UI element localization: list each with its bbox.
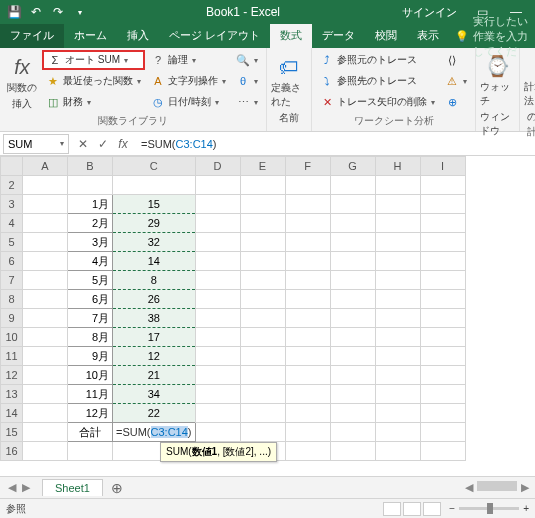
cell[interactable] (420, 214, 465, 233)
cell[interactable] (330, 214, 375, 233)
cell[interactable] (240, 195, 285, 214)
watch-window-button[interactable]: ⌚ ウォッチ ウィンドウ (480, 50, 515, 138)
cell[interactable] (195, 347, 240, 366)
cell[interactable] (195, 252, 240, 271)
math-button[interactable]: θ▾ (232, 71, 262, 91)
more-functions-button[interactable]: ⋯▾ (232, 92, 262, 112)
row-header[interactable]: 14 (1, 404, 23, 423)
cell[interactable]: 34 (113, 385, 196, 404)
cell[interactable]: 17 (113, 328, 196, 347)
cell[interactable] (240, 176, 285, 195)
add-sheet-button[interactable]: ⊕ (103, 480, 131, 496)
column-header[interactable]: H (375, 157, 420, 176)
cell[interactable]: 5月 (68, 271, 113, 290)
cell[interactable] (330, 347, 375, 366)
cell[interactable]: 12月 (68, 404, 113, 423)
cell[interactable] (240, 385, 285, 404)
cell[interactable] (330, 385, 375, 404)
cell[interactable]: 6月 (68, 290, 113, 309)
cell[interactable] (375, 214, 420, 233)
cell[interactable] (23, 404, 68, 423)
cancel-button[interactable]: ✕ (75, 137, 91, 151)
select-all-corner[interactable] (1, 157, 23, 176)
view-page-layout-button[interactable] (403, 502, 421, 516)
cell[interactable]: 15 (113, 195, 196, 214)
fx-button[interactable]: fx (115, 137, 131, 151)
cell[interactable] (375, 385, 420, 404)
cell[interactable] (330, 442, 375, 461)
cell[interactable] (375, 423, 420, 442)
cell[interactable] (240, 271, 285, 290)
cell[interactable] (23, 347, 68, 366)
view-page-break-button[interactable] (423, 502, 441, 516)
cell[interactable] (240, 309, 285, 328)
cell[interactable]: 21 (113, 366, 196, 385)
cell[interactable] (420, 404, 465, 423)
financial-button[interactable]: ◫ 財務 ▾ (42, 92, 145, 112)
cell[interactable] (330, 423, 375, 442)
cell[interactable] (240, 233, 285, 252)
cell[interactable]: =SUM(C3:C14) (113, 423, 196, 442)
cell[interactable]: 1月 (68, 195, 113, 214)
date-time-button[interactable]: ◷ 日付/時刻 ▾ (147, 92, 230, 112)
error-check-button[interactable]: ⚠▾ (441, 71, 471, 91)
cell[interactable] (420, 309, 465, 328)
cell[interactable] (420, 252, 465, 271)
sheet-tab[interactable]: Sheet1 (42, 479, 103, 496)
cell[interactable] (240, 252, 285, 271)
cell[interactable] (285, 423, 330, 442)
cell[interactable]: 38 (113, 309, 196, 328)
cell[interactable] (375, 271, 420, 290)
cell[interactable] (195, 328, 240, 347)
cell[interactable] (420, 423, 465, 442)
cell[interactable] (375, 347, 420, 366)
enter-button[interactable]: ✓ (95, 137, 111, 151)
evaluate-button[interactable]: ⊕ (441, 92, 471, 112)
cell[interactable] (68, 442, 113, 461)
cell[interactable] (23, 366, 68, 385)
recently-used-button[interactable]: ★ 最近使った関数 ▾ (42, 71, 145, 91)
cell[interactable] (375, 233, 420, 252)
tab-insert[interactable]: 挿入 (117, 24, 159, 48)
cell[interactable] (330, 366, 375, 385)
lookup-button[interactable]: 🔍▾ (232, 50, 262, 70)
cell[interactable] (420, 233, 465, 252)
scroll-right-icon[interactable]: ▶ (521, 481, 529, 494)
cell[interactable] (23, 252, 68, 271)
text-button[interactable]: A 文字列操作 ▾ (147, 71, 230, 91)
cell[interactable]: 11月 (68, 385, 113, 404)
cell[interactable]: 29 (113, 214, 196, 233)
row-header[interactable]: 9 (1, 309, 23, 328)
insert-function-button[interactable]: fx 関数の 挿入 (4, 50, 40, 113)
column-header[interactable]: E (240, 157, 285, 176)
cell[interactable]: 10月 (68, 366, 113, 385)
tab-formulas[interactable]: 数式 (270, 24, 312, 48)
cell[interactable] (195, 176, 240, 195)
column-header[interactable]: D (195, 157, 240, 176)
cell[interactable] (420, 176, 465, 195)
row-header[interactable]: 7 (1, 271, 23, 290)
row-header[interactable]: 3 (1, 195, 23, 214)
signin-button[interactable]: サインイン (396, 5, 463, 20)
cell[interactable] (240, 328, 285, 347)
zoom-in-button[interactable]: + (523, 503, 529, 514)
cell[interactable] (285, 290, 330, 309)
column-header[interactable]: C (113, 157, 196, 176)
cell[interactable] (285, 347, 330, 366)
cell[interactable] (330, 309, 375, 328)
row-header[interactable]: 15 (1, 423, 23, 442)
cell[interactable] (375, 328, 420, 347)
cell[interactable] (330, 271, 375, 290)
view-normal-button[interactable] (383, 502, 401, 516)
cell[interactable] (330, 404, 375, 423)
cell[interactable] (240, 214, 285, 233)
column-header[interactable]: F (285, 157, 330, 176)
row-header[interactable]: 2 (1, 176, 23, 195)
cell[interactable] (285, 252, 330, 271)
cell[interactable] (195, 385, 240, 404)
row-header[interactable]: 5 (1, 233, 23, 252)
cell[interactable] (23, 442, 68, 461)
cell[interactable] (420, 366, 465, 385)
cell[interactable] (375, 309, 420, 328)
cell[interactable] (23, 328, 68, 347)
